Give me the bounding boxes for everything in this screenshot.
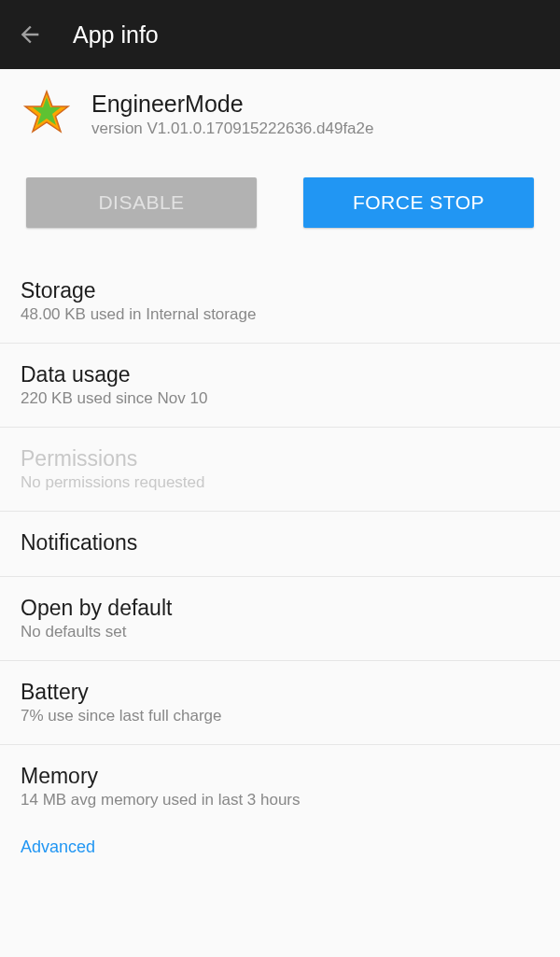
disable-button: DISABLE — [26, 177, 257, 228]
setting-title: Memory — [21, 764, 539, 789]
setting-title: Open by default — [21, 596, 539, 621]
setting-title: Notifications — [21, 530, 539, 556]
storage-item[interactable]: Storage 48.00 KB used in Internal storag… — [0, 260, 560, 344]
data-usage-item[interactable]: Data usage 220 KB used since Nov 10 — [0, 344, 560, 428]
setting-title: Storage — [21, 278, 539, 303]
settings-list: Storage 48.00 KB used in Internal storag… — [0, 260, 560, 866]
battery-item[interactable]: Battery 7% use since last full charge — [0, 661, 560, 745]
notifications-item[interactable]: Notifications — [0, 512, 560, 577]
open-by-default-item[interactable]: Open by default No defaults set — [0, 577, 560, 661]
setting-subtitle: No permissions requested — [21, 473, 539, 492]
app-name: EngineerMode — [91, 91, 373, 118]
back-arrow-icon[interactable] — [17, 21, 43, 48]
memory-item[interactable]: Memory 14 MB avg memory used in last 3 h… — [0, 745, 560, 828]
app-info-text: EngineerMode version V1.01.0.17091522263… — [91, 91, 373, 138]
page-title: App info — [73, 21, 159, 49]
permissions-item: Permissions No permissions requested — [0, 428, 560, 512]
setting-subtitle: 7% use since last full charge — [21, 707, 539, 725]
setting-title: Battery — [21, 680, 539, 705]
setting-title: Data usage — [21, 362, 539, 387]
app-version: version V1.01.0.170915222636.d49fa2e — [91, 120, 373, 138]
setting-subtitle: 220 KB used since Nov 10 — [21, 389, 539, 408]
app-header: EngineerMode version V1.01.0.17091522263… — [0, 69, 560, 151]
setting-subtitle: 48.00 KB used in Internal storage — [21, 305, 539, 324]
toolbar: App info — [0, 0, 560, 69]
action-buttons: DISABLE FORCE STOP — [0, 151, 560, 248]
app-icon — [21, 88, 73, 140]
advanced-link[interactable]: Advanced — [0, 828, 560, 866]
setting-subtitle: No defaults set — [21, 623, 539, 641]
force-stop-button[interactable]: FORCE STOP — [303, 177, 534, 228]
setting-subtitle: 14 MB avg memory used in last 3 hours — [21, 791, 539, 809]
setting-title: Permissions — [21, 446, 539, 471]
